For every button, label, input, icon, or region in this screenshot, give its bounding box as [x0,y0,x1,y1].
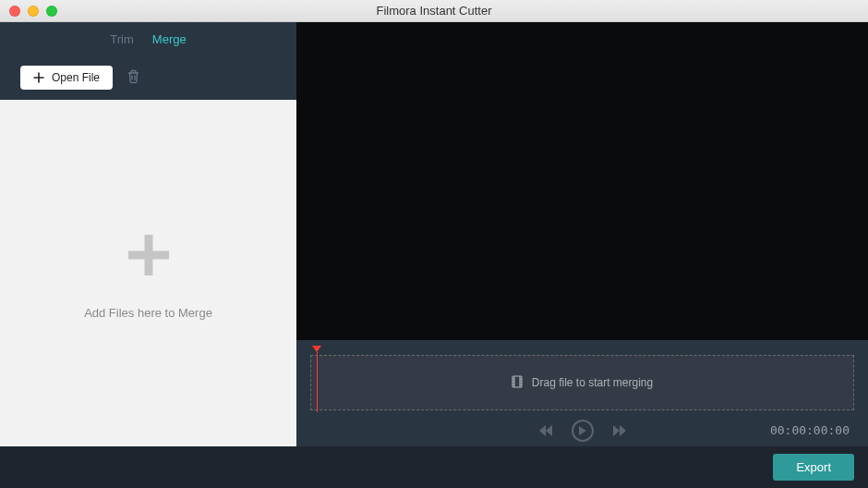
minimize-window-button[interactable] [28,6,39,17]
export-button[interactable]: Export [773,454,854,481]
plus-icon [33,72,44,83]
sidebar: Trim Merge Open File Add Files here to M [0,22,296,446]
open-file-label: Open File [52,71,100,84]
timecode: 00:00:00:00 [770,423,850,437]
open-row: Open File [0,55,296,100]
open-file-button[interactable]: Open File [20,66,113,90]
maximize-window-button[interactable] [46,6,57,17]
playhead-line [317,352,318,412]
window-title: Filmora Instant Cutter [0,4,868,18]
playhead-handle-icon [312,346,321,352]
drop-area[interactable]: Add Files here to Merge [0,100,296,446]
drop-area-label: Add Files here to Merge [84,306,212,320]
timeline-area: Drag file to start merging [296,340,868,414]
close-window-button[interactable] [9,6,20,17]
add-files-plus-icon [121,227,176,286]
footer: Export [0,446,868,488]
playhead[interactable] [312,346,321,412]
tab-trim[interactable]: Trim [110,32,134,46]
tabs-row: Trim Merge [0,22,296,55]
play-button[interactable] [572,420,594,442]
title-bar: Filmora Instant Cutter [0,0,868,22]
timeline-placeholder: Drag file to start merging [532,376,653,389]
playback-controls: 00:00:00:00 [296,414,868,446]
film-icon [512,375,523,391]
timeline-track[interactable]: Drag file to start merging [310,355,854,410]
app-body: Trim Merge Open File Add Files here to M [0,22,868,446]
traffic-lights [0,6,57,17]
tab-merge[interactable]: Merge [152,32,187,46]
prev-button[interactable] [538,424,553,437]
next-button[interactable] [612,424,627,437]
video-preview [296,22,868,340]
main: Drag file to start merging 00:00:00:00 [296,22,868,446]
trash-icon[interactable] [127,69,140,87]
